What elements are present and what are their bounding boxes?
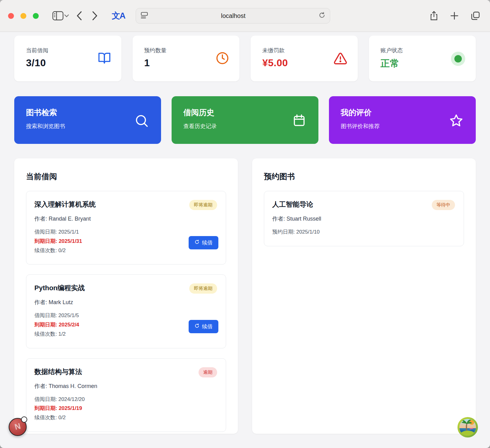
open-book-icon	[98, 52, 111, 66]
book-author: 作者: Stuart Russell	[272, 215, 455, 222]
share-icon[interactable]	[430, 11, 438, 21]
browser-toolbar: 文A localhost	[0, 0, 490, 32]
status-badge: 即将逾期	[189, 200, 217, 210]
borrow-date: 借阅日期: 2024/12/20	[34, 395, 217, 404]
calendar-icon	[292, 114, 306, 144]
stat-label: 未缴罚款	[262, 47, 288, 54]
action-subtitle: 查看历史记录	[183, 123, 217, 130]
reload-icon[interactable]	[318, 11, 326, 20]
action-title: 借阅历史	[183, 107, 217, 118]
sidebar-menu-chevron-down-icon[interactable]	[64, 14, 69, 17]
search-icon	[134, 114, 149, 144]
floating-avatar-badge[interactable]: N	[9, 418, 27, 436]
stat-card-reservations: 预约数量 1	[133, 36, 240, 81]
reservation-card: 人工智能导论 等待中 作者: Stuart Russell 预约日期: 2025…	[264, 191, 464, 246]
tropical-island-icon[interactable]	[457, 417, 478, 437]
url-text[interactable]: localhost	[148, 12, 318, 19]
forward-button[interactable]	[92, 11, 98, 20]
star-icon	[449, 114, 463, 144]
action-subtitle: 搜索和浏览图书	[26, 123, 65, 130]
loan-card: 深入理解计算机系统 即将逾期 作者: Randal E. Bryant 借阅日期…	[26, 191, 226, 265]
sidebar-toggle-icon[interactable]	[52, 11, 63, 20]
loan-card: Python编程实战 即将逾期 作者: Mark Lutz 借阅日期: 2025…	[26, 274, 226, 348]
quick-actions: 图书检索 搜索和浏览图书 借阅历史 查看历史记录	[14, 96, 476, 144]
status-badge: 逾期	[199, 367, 217, 377]
address-bar[interactable]: localhost	[136, 8, 330, 24]
status-dot-icon	[451, 52, 465, 66]
action-borrow-history[interactable]: 借阅历史 查看历史记录	[172, 96, 318, 144]
status-badge: 等待中	[432, 200, 455, 210]
renew-count: 续借次数: 0/2	[34, 413, 217, 422]
reservations-panel: 预约图书 人工智能导论 等待中 作者: Stuart Russell 预约日期:…	[252, 158, 476, 434]
stat-value: 1	[144, 57, 167, 69]
stat-card-current-loans: 当前借阅 3/10	[14, 36, 121, 81]
book-author: 作者: Randal E. Bryant	[34, 215, 217, 222]
panels: 当前借阅 深入理解计算机系统 即将逾期 作者: Randal E. Bryant…	[14, 158, 476, 434]
action-subtitle: 图书评价和推荐	[341, 123, 380, 130]
translate-icon[interactable]: 文A	[112, 10, 125, 21]
new-tab-icon[interactable]	[450, 12, 458, 20]
refresh-icon	[195, 323, 199, 330]
renew-button[interactable]: 续借	[189, 320, 218, 333]
traffic-lights	[8, 13, 39, 19]
book-author: 作者: Mark Lutz	[34, 299, 217, 306]
status-badge: 即将逾期	[189, 283, 217, 294]
borrow-date: 借阅日期: 2025/1/1	[34, 227, 217, 237]
action-my-reviews[interactable]: 我的评价 图书评价和推荐	[329, 96, 476, 144]
renew-label: 续借	[202, 323, 212, 330]
avatar-notification-dot	[21, 416, 27, 423]
stat-card-account-status: 账户状态 正常	[369, 36, 476, 81]
renew-label: 续借	[202, 239, 212, 246]
stat-value: 3/10	[26, 57, 48, 69]
renew-button[interactable]: 续借	[189, 236, 218, 249]
browser-window: 文A localhost	[0, 0, 490, 448]
stat-value: 正常	[381, 57, 403, 70]
book-title: 数据结构与算法	[34, 367, 82, 377]
stat-card-fines: 未缴罚款 ¥5.00	[251, 36, 358, 81]
stat-label: 当前借阅	[26, 47, 48, 54]
book-title: Python编程实战	[34, 283, 85, 293]
current-loans-panel: 当前借阅 深入理解计算机系统 即将逾期 作者: Randal E. Bryant…	[14, 158, 238, 434]
reserve-date: 预约日期: 2025/1/10	[272, 227, 455, 237]
book-title: 深入理解计算机系统	[34, 200, 96, 209]
clock-icon	[216, 52, 229, 66]
stat-cards: 当前借阅 3/10 预约数量 1	[14, 36, 476, 81]
due-date: 到期日期: 2025/1/19	[34, 404, 217, 413]
stat-label: 预约数量	[144, 47, 167, 54]
stat-value: ¥5.00	[262, 57, 288, 69]
tab-overview-icon[interactable]	[471, 11, 480, 20]
loan-card: 数据结构与算法 逾期 作者: Thomas H. Cormen 借阅日期: 20…	[26, 358, 226, 432]
zoom-window-button[interactable]	[33, 13, 39, 19]
toolbar-right-group	[430, 11, 482, 21]
minimize-window-button[interactable]	[20, 13, 26, 19]
book-author: 作者: Thomas H. Cormen	[34, 382, 217, 390]
page-settings-icon[interactable]	[140, 11, 148, 20]
panel-title: 预约图书	[264, 171, 464, 182]
action-title: 我的评价	[341, 107, 380, 118]
panel-title: 当前借阅	[26, 171, 226, 182]
borrow-date: 借阅日期: 2025/1/5	[34, 311, 217, 320]
avatar-letter: N	[14, 421, 22, 432]
action-book-search[interactable]: 图书检索 搜索和浏览图书	[14, 96, 161, 144]
back-button[interactable]	[77, 11, 82, 20]
close-window-button[interactable]	[8, 13, 14, 19]
refresh-icon	[195, 239, 199, 246]
stat-label: 账户状态	[381, 47, 403, 54]
book-title: 人工智能导论	[272, 200, 313, 209]
dashboard: 当前借阅 3/10 预约数量 1	[0, 32, 490, 434]
action-title: 图书检索	[26, 107, 65, 118]
warning-triangle-icon	[334, 52, 347, 67]
